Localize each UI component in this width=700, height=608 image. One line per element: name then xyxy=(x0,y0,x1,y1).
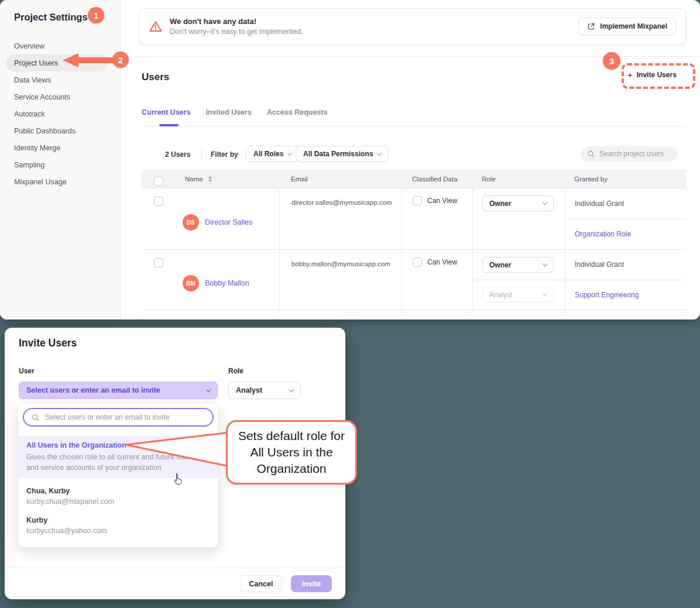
option-email: kurby.chua@mixpanel.com xyxy=(26,497,210,506)
callout-tail xyxy=(124,429,231,471)
sidebar-item-autotrack[interactable]: Autotrack xyxy=(6,105,108,122)
sidebar-item-public-dashboards[interactable]: Public Dashboards xyxy=(6,122,108,139)
row-select-cell xyxy=(142,188,176,249)
table-row: DS Director Salles director.salles@mymus… xyxy=(142,188,686,250)
classified-cell: Can View xyxy=(402,188,472,249)
user-count: 2 Users xyxy=(165,150,190,159)
chevron-down-icon xyxy=(543,291,547,296)
invite-button[interactable]: Invite xyxy=(291,575,332,592)
role-select[interactable]: Owner xyxy=(482,195,554,211)
granted-by-cell: Individual Grant Organization Role xyxy=(565,188,686,249)
role-half: Owner xyxy=(473,188,565,219)
option-title: Chua, Kurby xyxy=(26,487,210,495)
row-checkbox[interactable] xyxy=(154,258,163,267)
active-tab-underline xyxy=(159,124,179,126)
chevron-down-icon xyxy=(377,150,382,155)
filter-by-label: Filter by xyxy=(211,150,238,159)
classified-cell: Can View xyxy=(402,250,472,310)
sidebar-item-overview[interactable]: Overview xyxy=(6,37,108,54)
support-engineering-link[interactable]: Support Engineering xyxy=(575,291,639,299)
classified-header-label: Classified Data xyxy=(412,176,457,183)
granted-by-cell: Individual Grant Support Engineering xyxy=(565,250,686,310)
role-half-empty xyxy=(473,219,565,249)
all-roles-label: All Roles xyxy=(253,150,283,158)
sort-icon xyxy=(208,176,212,182)
name-header-label: Name xyxy=(185,176,203,183)
user-field-label: User xyxy=(19,367,35,375)
email-cell: director.salles@mymusicapp.com xyxy=(279,188,402,249)
row-checkbox[interactable] xyxy=(154,197,163,206)
column-header-name[interactable]: Name xyxy=(176,176,279,183)
user-select-dropdown[interactable]: Select users or enter an email to invite xyxy=(19,382,218,399)
column-header-classified: Classified Data xyxy=(402,176,472,183)
chevron-down-icon xyxy=(206,387,211,391)
warning-triangle-icon xyxy=(149,19,163,33)
role-select[interactable]: Owner xyxy=(482,257,554,273)
implement-mixpanel-button[interactable]: Implement Mixpanel xyxy=(578,18,676,35)
role-cell: Owner Analyst xyxy=(472,250,565,310)
granted-header-label: Granted by xyxy=(574,176,608,183)
project-settings-panel: Project Settings Overview Project Users … xyxy=(0,0,700,320)
invite-users-label: Invite Users xyxy=(637,71,677,79)
banner-title: We don't have any data! xyxy=(170,17,303,26)
sidebar-item-sampling[interactable]: Sampling xyxy=(6,156,108,173)
users-tabs: Current Users Invited Users Access Reque… xyxy=(142,108,327,116)
can-view-checkbox[interactable] xyxy=(413,257,422,267)
option-chua-kurby[interactable]: Chua, Kurby kurby.chua@mixpanel.com xyxy=(18,482,218,511)
user-name-link[interactable]: Bobby Mallon xyxy=(205,279,249,287)
role-half: Owner xyxy=(473,250,565,280)
chevron-down-icon xyxy=(287,150,292,155)
option-kurby[interactable]: Kurby kurbycchua@yahoo.com xyxy=(18,511,218,540)
banner-subtitle: Don't worry–it's easy to get implemented… xyxy=(170,28,303,36)
banner-text: We don't have any data! Don't worry–it's… xyxy=(170,17,303,36)
tabs-divider xyxy=(142,126,686,126)
step3-badge: 3 xyxy=(603,52,620,70)
table-header-row: Name Email Classified Data Role Granted … xyxy=(142,170,686,188)
can-view-checkbox[interactable] xyxy=(413,196,422,205)
email-header-label: Email xyxy=(291,176,308,183)
name-cell: BM Bobby Mallon xyxy=(176,250,279,310)
option-title: Kurby xyxy=(26,516,210,524)
sidebar-item-data-views[interactable]: Data Views xyxy=(6,71,108,88)
user-name-link[interactable]: Director Salles xyxy=(205,218,252,226)
step1-badge: 1 xyxy=(88,7,104,23)
callout-bubble: Sets default role for All Users in the O… xyxy=(226,420,357,485)
chevron-down-icon xyxy=(543,262,547,266)
avatar: DS xyxy=(183,214,199,231)
tab-invited-users[interactable]: Invited Users xyxy=(205,108,252,116)
step2-arrow-icon xyxy=(61,53,115,68)
dropdown-search-input[interactable] xyxy=(45,413,197,421)
sidebar-item-mixpanel-usage[interactable]: Mixpanel Usage xyxy=(6,173,108,190)
search-project-users-input[interactable] xyxy=(599,150,670,158)
role-select-disabled: Analyst xyxy=(482,287,554,303)
external-link-icon xyxy=(587,22,595,30)
vertical-divider xyxy=(201,148,202,160)
modal-title: Invite Users xyxy=(19,337,77,349)
dropdown-search[interactable] xyxy=(23,408,214,427)
role-header-label: Role xyxy=(482,176,496,183)
role-select-value: Analyst xyxy=(236,386,262,394)
role-half: Analyst xyxy=(473,280,565,310)
invite-users-button[interactable]: + Invite Users xyxy=(627,70,677,80)
cancel-button[interactable]: Cancel xyxy=(240,575,282,592)
select-all-checkbox[interactable] xyxy=(154,177,163,186)
avatar: BM xyxy=(183,275,199,291)
screenshot-stage: Project Settings Overview Project Users … xyxy=(0,0,700,608)
all-data-permissions-filter[interactable]: All Data Permissions xyxy=(296,146,389,162)
table-row: BM Bobby Mallon bobby.mallon@mymusicapp.… xyxy=(142,250,686,310)
column-header-email: Email xyxy=(279,176,402,183)
role-cell: Owner xyxy=(472,188,565,249)
granted-entry: Individual Grant xyxy=(565,188,686,219)
all-roles-filter[interactable]: All Roles xyxy=(246,146,299,162)
role-value: Owner xyxy=(489,200,511,208)
role-select-dropdown[interactable]: Analyst xyxy=(228,382,301,399)
tab-access-requests[interactable]: Access Requests xyxy=(267,108,328,116)
organization-role-link[interactable]: Organization Role xyxy=(575,230,631,238)
granted-entry: Organization Role xyxy=(565,219,686,250)
tab-current-users[interactable]: Current Users xyxy=(142,108,190,116)
can-view-label: Can View xyxy=(427,197,457,205)
search-project-users[interactable] xyxy=(581,146,678,162)
sidebar-title: Project Settings xyxy=(14,12,88,23)
sidebar-item-identity-merge[interactable]: Identity Merge xyxy=(6,139,108,156)
sidebar-item-service-accounts[interactable]: Service Accounts xyxy=(6,88,108,105)
